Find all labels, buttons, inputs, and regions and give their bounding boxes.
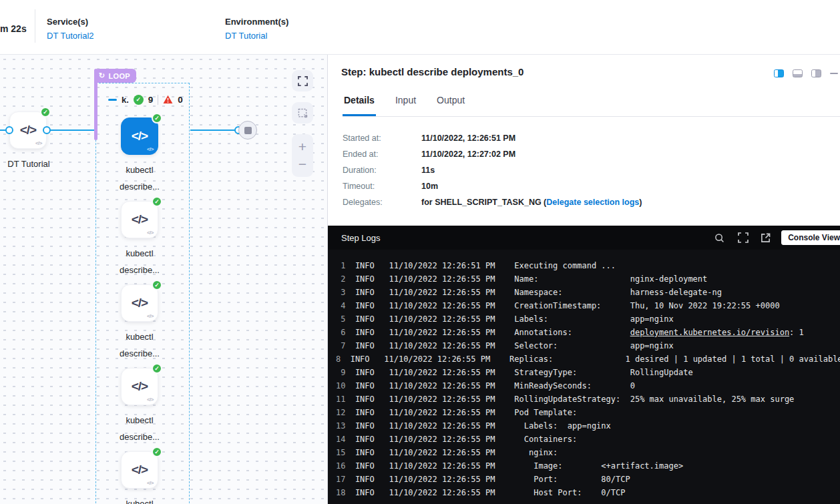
field-row: Started at:11/10/2022, 12:26:51 PM: [343, 134, 642, 143]
log-line: 7INFO11/10/2022 12:26:55 PMSelector: app…: [336, 339, 840, 352]
success-badge-icon: ✓: [152, 113, 162, 123]
log-annotation-link[interactable]: deployment.kubernetes.io/revision: [630, 328, 789, 337]
log-level: INFO: [355, 259, 375, 272]
loop-group-header: k. ✓ 9 0: [108, 93, 183, 105]
console-view-button[interactable]: Console View: [781, 230, 840, 245]
log-line-number: 17: [336, 473, 345, 486]
log-timestamp: 11/10/2022 12:26:55 PM: [389, 299, 495, 312]
layout-right-panel-icon[interactable]: [811, 69, 821, 77]
step-detail-fields: Started at:11/10/2022, 12:26:51 PMEnded …: [343, 134, 642, 214]
field-label: Delegates:: [343, 198, 421, 207]
code-mini-icon: </>: [147, 397, 154, 403]
log-line: 4INFO11/10/2022 12:26:55 PMCreationTimes…: [336, 299, 840, 312]
log-level: INFO: [355, 286, 375, 299]
loop-icon: ↻: [99, 71, 106, 80]
log-timestamp: 11/10/2022 12:26:55 PM: [389, 366, 495, 379]
code-icon: </>: [132, 379, 148, 394]
open-in-new-tab-icon[interactable]: [761, 233, 771, 243]
log-line: 11INFO11/10/2022 12:26:55 PMRollingUpdat…: [336, 393, 840, 406]
log-timestamp: 11/10/2022 12:26:55 PM: [389, 339, 495, 352]
expand-icon: [298, 76, 308, 86]
log-timestamp: 11/10/2022 12:26:55 PM: [389, 272, 495, 286]
graph-end-node[interactable]: [238, 121, 257, 140]
log-timestamp: 11/10/2022 12:26:55 PM: [389, 459, 495, 473]
zoom-in-button[interactable]: +: [292, 138, 313, 156]
field-label: Timeout:: [343, 182, 421, 191]
zoom-out-button[interactable]: −: [292, 156, 313, 173]
log-line: 18INFO11/10/2022 12:26:55 PM Host Port: …: [336, 486, 840, 499]
layout-split-right-icon[interactable]: [774, 69, 784, 77]
graph-node-step[interactable]: </></>✓: [121, 284, 158, 322]
tab-details[interactable]: Details: [343, 95, 376, 116]
graph-node-step[interactable]: </></>✓: [121, 368, 158, 405]
service-link[interactable]: DT Tutorial2: [47, 31, 94, 41]
connector-line: [47, 130, 94, 131]
code-mini-icon: </>: [147, 480, 154, 486]
log-line: 10INFO11/10/2022 12:26:55 PMMinReadySeco…: [336, 379, 840, 393]
step-logs-title: Step Logs: [341, 233, 381, 243]
pipeline-graph-canvas[interactable]: ↻ LOOP k. ✓ 9 0 </> </> ✓ DT Tut: [0, 55, 327, 504]
environment-block: Environment(s) DT Tutorial: [225, 15, 288, 41]
field-row: Duration:11s: [343, 166, 642, 175]
log-timestamp: 11/10/2022 12:26:55 PM: [389, 312, 495, 326]
log-timestamp: 11/10/2022 12:26:55 PM: [389, 486, 495, 499]
log-level: INFO: [355, 272, 375, 286]
log-message: MinReadySeconds: 0: [514, 379, 635, 393]
log-timestamp: 11/10/2022 12:26:55 PM: [384, 352, 490, 366]
log-line-number: 4: [336, 299, 345, 312]
field-row-delegates: Delegates: for SHELL_SCRIPT_TASK_NG (Del…: [343, 198, 642, 207]
canvas-select-area-button[interactable]: [292, 102, 313, 123]
node-label: kubectl describe...: [113, 495, 166, 504]
log-line-number: 5: [336, 312, 345, 326]
node-port: [43, 126, 51, 134]
layout-bottom-panel-icon[interactable]: [793, 69, 803, 77]
log-fullscreen-icon[interactable]: [738, 232, 749, 243]
log-message: Pod Template:: [514, 406, 577, 419]
code-icon: </>: [132, 463, 148, 477]
environment-link[interactable]: DT Tutorial: [225, 31, 288, 41]
log-line-number: 16: [336, 459, 345, 473]
panel-layout-controls: [774, 69, 838, 77]
log-message: Labels: app=nginx: [514, 419, 611, 433]
delegates-value-prefix: for SHELL_SCRIPT_TASK_NG (: [421, 198, 546, 207]
field-value: 11/10/2022, 12:27:02 PM: [421, 150, 515, 159]
minimize-panel-icon[interactable]: [830, 73, 838, 74]
code-mini-icon: </>: [147, 313, 154, 319]
tab-input[interactable]: Input: [394, 95, 417, 116]
success-badge-icon: ✓: [152, 280, 162, 290]
tab-output[interactable]: Output: [435, 95, 466, 116]
success-badge-icon: ✓: [152, 196, 162, 207]
log-line-number: 1: [336, 259, 345, 272]
collapse-group-icon[interactable]: [108, 99, 117, 101]
group-name: k.: [122, 95, 129, 105]
graph-node-dt-tutorial[interactable]: </> </> ✓: [9, 111, 47, 149]
log-line-number: 14: [336, 433, 345, 446]
graph-node-step[interactable]: </></>✓: [121, 117, 158, 155]
log-level: INFO: [355, 339, 375, 352]
node-port: [5, 126, 13, 134]
code-mini-icon: </>: [35, 140, 42, 146]
log-message: Namespace: harness-delegate-ng: [514, 286, 722, 299]
log-line-number: 9: [336, 366, 345, 379]
failed-count: 0: [178, 95, 183, 105]
log-level: INFO: [355, 299, 375, 312]
field-label: Duration:: [343, 166, 421, 175]
canvas-zoom-controls: + −: [292, 134, 313, 177]
log-message: Name: nginx-deployment: [514, 272, 707, 286]
code-mini-icon: </>: [147, 146, 154, 152]
graph-node-step[interactable]: </></>✓: [121, 451, 158, 489]
log-line-number: 12: [336, 406, 345, 419]
log-search-icon[interactable]: [714, 233, 724, 243]
service-label: Service(s): [47, 17, 88, 27]
field-label: Started at:: [343, 134, 421, 143]
step-logs-console[interactable]: 1INFO11/10/2022 12:26:51 PMExecuting com…: [328, 250, 840, 499]
log-timestamp: 11/10/2022 12:26:55 PM: [389, 433, 495, 446]
stop-icon: [244, 127, 252, 134]
graph-node-step[interactable]: </></>✓: [121, 201, 158, 238]
log-message: Labels: app=nginx: [514, 312, 673, 326]
delegate-selection-logs-link[interactable]: Delegate selection logs: [546, 198, 639, 207]
canvas-fit-view-button[interactable]: [292, 70, 313, 91]
code-icon: </>: [132, 296, 148, 310]
code-icon: </>: [20, 123, 36, 138]
log-timestamp: 11/10/2022 12:26:55 PM: [389, 326, 495, 339]
